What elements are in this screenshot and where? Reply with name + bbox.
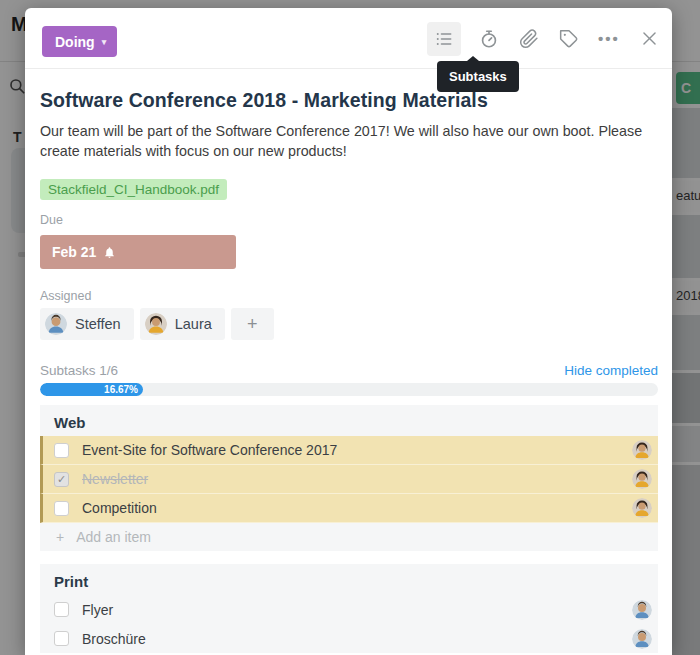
subtask-row[interactable]: Broschüre: [40, 624, 658, 653]
subtask-row[interactable]: ✓ Newsletter: [40, 465, 658, 494]
avatar: [632, 600, 652, 620]
subtask-row[interactable]: Event-Site for Software Conference 2017: [40, 436, 658, 465]
assignee-name: Laura: [175, 316, 212, 332]
subtask-rows: Flyer Broschüre: [40, 595, 658, 653]
status-dropdown-button[interactable]: Doing ▾: [42, 26, 117, 57]
assigned-label: Assigned: [40, 289, 658, 303]
task-description: Our team will be part of the Software Co…: [40, 122, 650, 161]
assignee-name: Steffen: [75, 316, 121, 332]
group-title: Print: [40, 564, 658, 595]
paperclip-icon[interactable]: [517, 27, 541, 51]
modal-header: Doing ▾: [25, 8, 672, 69]
status-label: Doing: [55, 34, 95, 50]
bell-icon: [103, 246, 116, 259]
checkbox-unchecked[interactable]: [54, 602, 69, 617]
avatar: [632, 469, 652, 489]
avatar: [45, 313, 67, 335]
attachment-link[interactable]: Stackfield_CI_Handbook.pdf: [40, 179, 227, 200]
hide-completed-link[interactable]: Hide completed: [564, 363, 658, 378]
subtask-group-print: Print Flyer: [40, 564, 658, 653]
due-date-value: Feb 21: [52, 244, 96, 260]
subtasks-header: Subtasks 1/6 Hide completed: [40, 363, 658, 378]
modal-content: Software Conference 2018 - Marketing Mat…: [25, 89, 672, 653]
checkbox-checked[interactable]: ✓: [54, 472, 69, 487]
close-icon[interactable]: [637, 27, 661, 51]
timer-icon[interactable]: [477, 27, 501, 51]
group-title: Web: [40, 405, 658, 436]
due-label: Due: [40, 213, 658, 227]
due-date-button[interactable]: Feb 21: [40, 235, 236, 269]
assignee-chip-steffen[interactable]: Steffen: [40, 308, 134, 340]
subtask-rows: Event-Site for Software Conference 2017 …: [40, 436, 658, 523]
plus-icon: +: [56, 529, 64, 545]
assignee-chips: Steffen Laura +: [40, 308, 658, 340]
subtask-group-web: Web Event-Site for Software Conference 2…: [40, 405, 658, 551]
subtasks-count-label: Subtasks 1/6: [40, 363, 118, 378]
page-title: Software Conference 2018 - Marketing Mat…: [40, 89, 658, 112]
checkbox-unchecked[interactable]: [54, 631, 69, 646]
avatar: [632, 498, 652, 518]
more-icon[interactable]: •••: [597, 27, 621, 51]
tag-icon[interactable]: [557, 27, 581, 51]
modal-toolbar: •••: [427, 8, 661, 69]
add-assignee-button[interactable]: +: [231, 308, 274, 340]
assignee-chip-laura[interactable]: Laura: [140, 308, 225, 340]
task-detail-modal: Doing ▾: [25, 8, 672, 655]
checkbox-unchecked[interactable]: [54, 443, 69, 458]
avatar: [145, 313, 167, 335]
checkbox-unchecked[interactable]: [54, 501, 69, 516]
progress-fill: 16.67%: [40, 383, 143, 396]
avatar: [632, 629, 652, 649]
avatar: [632, 440, 652, 460]
add-item-button[interactable]: + Add an item: [40, 523, 658, 551]
subtask-row[interactable]: Competition: [40, 494, 658, 523]
subtasks-tooltip: Subtasks: [437, 61, 519, 92]
chevron-down-icon: ▾: [102, 37, 107, 47]
subtasks-progress-bar: 16.67%: [40, 383, 658, 396]
subtask-row[interactable]: Flyer: [40, 595, 658, 624]
subtasks-list-icon[interactable]: [427, 22, 461, 56]
